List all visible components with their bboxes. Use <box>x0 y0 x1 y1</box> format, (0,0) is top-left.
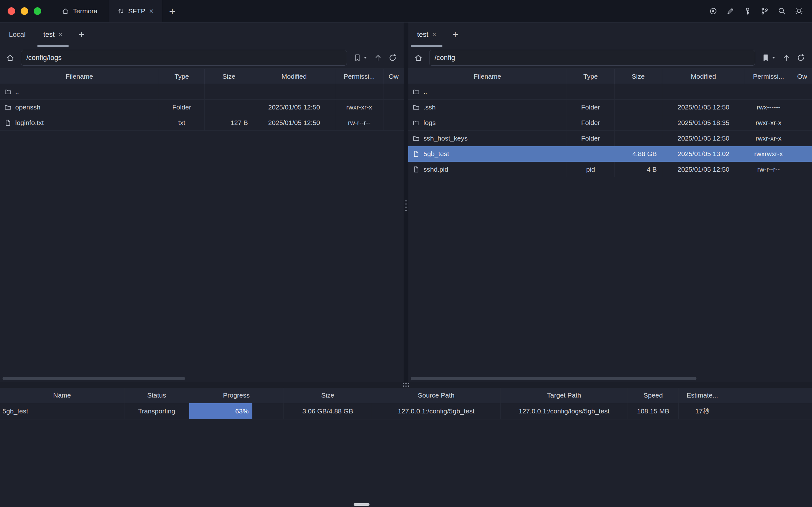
file-row[interactable]: openssh Folder 2025/01/05 12:50 rwxr-xr-… <box>0 100 404 115</box>
bookmark-icon <box>353 54 362 62</box>
file-row[interactable]: ssh_host_keys Folder 2025/01/05 12:50 rw… <box>408 131 812 146</box>
column-header-speed[interactable]: Speed <box>628 388 679 403</box>
pencil-icon[interactable] <box>726 7 735 15</box>
left-horizontal-scrollbar <box>0 377 404 380</box>
column-header-filename[interactable]: Filename <box>0 69 159 84</box>
file-type <box>567 84 614 99</box>
column-header-name[interactable]: Name <box>0 388 124 403</box>
new-file-tab-button[interactable]: + <box>71 22 92 47</box>
file-permissions: rw-r--r-- <box>745 162 792 177</box>
sftp-main-area: Local test × + Filename Type Size Modifi… <box>0 22 812 382</box>
column-header-size[interactable]: Size <box>614 69 662 84</box>
file-owner <box>792 131 812 146</box>
column-header-modified[interactable]: Modified <box>253 69 335 84</box>
transfer-name: 5gb_test <box>0 403 124 419</box>
go-up-button[interactable] <box>374 54 382 62</box>
file-row[interactable]: loginfo.txt txt 127 B 2025/01/05 12:50 r… <box>0 115 404 131</box>
tab-test-left[interactable]: test × <box>35 22 71 47</box>
tab-test-label: test <box>417 31 428 39</box>
column-header-status[interactable]: Status <box>124 388 189 403</box>
splitter-grip <box>403 383 409 387</box>
file-row[interactable]: .. <box>0 84 404 100</box>
close-tab-icon[interactable]: × <box>58 31 62 38</box>
refresh-button[interactable] <box>388 54 397 62</box>
column-header-size[interactable]: Size <box>284 388 372 403</box>
file-icon <box>4 119 11 126</box>
column-header-owner[interactable]: Ow <box>383 69 404 84</box>
scrollbar-thumb[interactable] <box>411 377 696 380</box>
file-owner <box>792 100 812 115</box>
file-row[interactable]: sshd.pid pid 4 B 2025/01/05 12:50 rw-r--… <box>408 162 812 177</box>
file-row[interactable]: .. <box>408 84 812 100</box>
path-input[interactable] <box>429 50 755 66</box>
bookmark-button[interactable] <box>762 54 776 62</box>
key-icon[interactable] <box>744 7 752 15</box>
column-header-filler <box>726 388 812 403</box>
zoom-window-button[interactable] <box>34 7 41 15</box>
file-modified <box>253 84 335 99</box>
file-modified: 2025/01/05 18:35 <box>662 115 745 130</box>
file-name: sshd.pid <box>424 166 448 173</box>
column-header-permissions[interactable]: Permissi... <box>335 69 383 84</box>
file-row-selected[interactable]: 5gb_test 4.88 GB 2025/01/05 13:02 rwxrwx… <box>408 146 812 162</box>
tab-test-right[interactable]: test × <box>408 22 445 47</box>
column-header-progress[interactable]: Progress <box>189 388 284 403</box>
column-header-target-path[interactable]: Target Path <box>501 388 628 403</box>
file-permissions <box>745 84 792 99</box>
file-name: ssh_host_keys <box>424 134 468 142</box>
file-name: .. <box>424 88 427 96</box>
column-header-type[interactable]: Type <box>567 69 614 84</box>
tab-local[interactable]: Local <box>0 22 35 47</box>
file-owner <box>792 115 812 130</box>
file-type <box>159 84 205 99</box>
transfer-arrows-icon <box>117 8 124 15</box>
horizontal-splitter[interactable] <box>0 382 812 388</box>
bookmark-button[interactable] <box>353 54 368 62</box>
file-row[interactable]: .ssh Folder 2025/01/05 12:50 rwx------ <box>408 100 812 115</box>
column-header-owner[interactable]: Ow <box>792 69 812 84</box>
close-tab-icon[interactable]: × <box>149 7 154 15</box>
home-icon[interactable] <box>414 53 423 62</box>
close-window-button[interactable] <box>8 7 15 15</box>
record-icon[interactable] <box>709 7 717 15</box>
column-header-estimate[interactable]: Estimate... <box>679 388 726 403</box>
file-size: 127 B <box>205 115 253 130</box>
path-input[interactable] <box>21 50 347 66</box>
pane-divider[interactable] <box>404 22 408 382</box>
file-name: .ssh <box>424 103 436 111</box>
file-modified: 2025/01/05 12:50 <box>253 100 335 115</box>
file-row[interactable]: logs Folder 2025/01/05 18:35 rwxr-xr-x <box>408 115 812 131</box>
column-header-permissions[interactable]: Permissi... <box>745 69 792 84</box>
home-icon[interactable] <box>6 53 15 62</box>
refresh-button[interactable] <box>797 54 805 62</box>
file-modified <box>662 84 745 99</box>
new-terminal-tab-button[interactable]: + <box>162 0 182 22</box>
tab-termora[interactable]: Termora <box>50 0 109 22</box>
file-owner <box>383 84 404 99</box>
transfer-panel: Name Status Progress Size Source Path Ta… <box>0 388 812 507</box>
column-header-type[interactable]: Type <box>159 69 205 84</box>
scrollbar-thumb[interactable] <box>3 377 185 380</box>
close-tab-icon[interactable]: × <box>432 31 436 38</box>
column-header-size[interactable]: Size <box>205 69 253 84</box>
file-name: 5gb_test <box>424 150 449 158</box>
tab-sftp[interactable]: SFTP × <box>109 0 162 22</box>
new-file-tab-button[interactable]: + <box>445 22 465 47</box>
go-up-button[interactable] <box>782 54 791 62</box>
branch-icon[interactable] <box>761 7 769 15</box>
right-path-bar <box>408 47 812 68</box>
file-owner <box>792 84 812 99</box>
minimize-window-button[interactable] <box>21 7 28 15</box>
column-header-modified[interactable]: Modified <box>662 69 745 84</box>
settings-icon[interactable] <box>795 7 803 15</box>
file-size <box>614 131 662 146</box>
transfer-status: Transporting <box>124 403 189 419</box>
transfer-source-path: 127.0.0.1:/config/5gb_test <box>372 403 501 419</box>
search-icon[interactable] <box>778 7 786 15</box>
bottom-scrollbar-thumb[interactable] <box>354 503 370 506</box>
column-header-source-path[interactable]: Source Path <box>372 388 501 403</box>
file-type: Folder <box>159 100 205 115</box>
transfer-row[interactable]: 5gb_test Transporting 63% 3.06 GB/4.88 G… <box>0 403 812 419</box>
folder-icon <box>413 135 420 142</box>
column-header-filename[interactable]: Filename <box>408 69 567 84</box>
